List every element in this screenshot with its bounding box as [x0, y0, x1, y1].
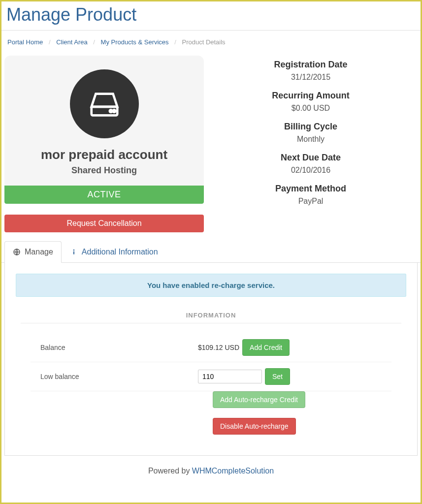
footer: Powered by WHMCompleteSolution	[1, 456, 421, 480]
low-balance-row: Low balance Set	[31, 362, 391, 391]
info-icon	[70, 248, 78, 256]
footer-whmcs-link[interactable]: WHMCompleteSolution	[192, 467, 274, 475]
balance-label: Balance	[31, 344, 198, 351]
billing-cycle-value: Monthly	[204, 135, 418, 144]
set-low-balance-button[interactable]: Set	[265, 368, 290, 385]
disable-auto-recharge-button[interactable]: Disable Auto-recharge	[213, 418, 296, 435]
breadcrumb-home[interactable]: Portal Home	[7, 38, 43, 46]
svg-rect-4	[73, 252, 74, 254]
page-title: Manage Product	[1, 1, 421, 31]
recurring-amount-label: Recurring Amount	[204, 91, 418, 101]
low-balance-input[interactable]	[198, 370, 262, 383]
payment-method-label: Payment Method	[204, 184, 418, 194]
breadcrumb-products[interactable]: My Products & Services	[101, 38, 169, 46]
low-balance-label: Low balance	[31, 373, 198, 380]
tab-manage[interactable]: Manage	[4, 241, 62, 263]
tab-additional-info[interactable]: Additional Information	[62, 241, 166, 263]
next-due-date-value: 02/10/2016	[204, 166, 418, 175]
product-card: mor prepaid account Shared Hosting ACTIV…	[4, 56, 204, 204]
breadcrumb: Portal Home / Client Area / My Products …	[1, 34, 421, 56]
tab-additional-label: Additional Information	[82, 248, 158, 256]
product-group: Shared Hosting	[9, 165, 199, 176]
recurring-amount-value: $0.00 USD	[204, 104, 418, 113]
breadcrumb-separator: /	[170, 38, 180, 46]
product-name: mor prepaid account	[9, 147, 199, 162]
recharge-enabled-alert: You have enabled re-charge service.	[16, 274, 406, 297]
add-auto-recharge-button[interactable]: Add Auto-recharge Credit	[213, 391, 305, 408]
breadcrumb-separator: /	[89, 38, 99, 46]
svg-point-2	[113, 110, 115, 112]
balance-row: Balance $109.12 USD Add Credit	[31, 333, 391, 362]
balance-value: $109.12 USD	[198, 344, 239, 351]
registration-date-label: Registration Date	[204, 60, 418, 70]
footer-powered-by: Powered by	[148, 467, 192, 475]
breadcrumb-separator: /	[45, 38, 55, 46]
breadcrumb-current: Product Details	[182, 38, 225, 46]
hdd-icon	[70, 69, 139, 138]
tab-content-manage: You have enabled re-charge service. INFO…	[4, 263, 418, 456]
information-header: INFORMATION	[21, 312, 401, 323]
status-badge: ACTIVE	[4, 186, 204, 204]
svg-point-1	[109, 110, 112, 112]
product-details: Registration Date 31/12/2015 Recurring A…	[204, 56, 418, 232]
billing-cycle-label: Billing Cycle	[204, 122, 418, 132]
svg-point-5	[73, 250, 74, 251]
add-credit-button[interactable]: Add Credit	[242, 339, 290, 356]
request-cancellation-button[interactable]: Request Cancellation	[4, 215, 204, 232]
payment-method-value: PayPal	[204, 197, 418, 206]
tab-manage-label: Manage	[25, 248, 53, 256]
next-due-date-label: Next Due Date	[204, 153, 418, 163]
tab-bar: Manage Additional Information	[1, 241, 421, 263]
breadcrumb-client-area[interactable]: Client Area	[56, 38, 88, 46]
registration-date-value: 31/12/2015	[204, 73, 418, 82]
globe-icon	[13, 248, 21, 256]
